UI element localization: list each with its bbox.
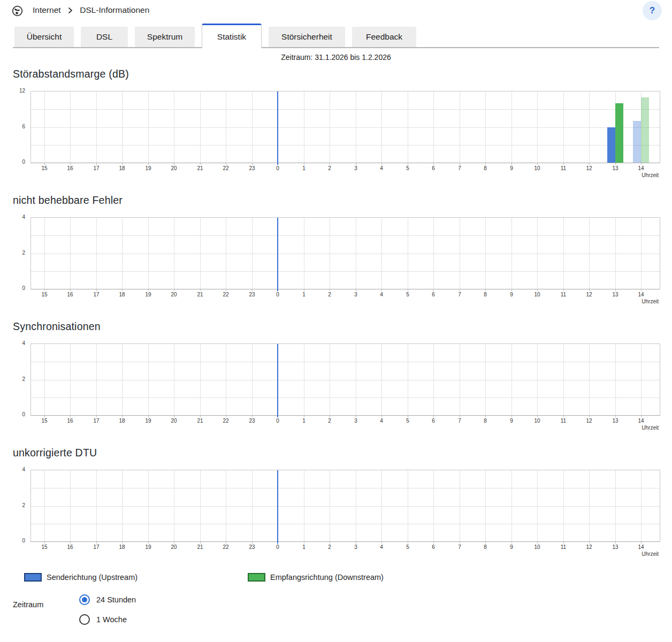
x-tick-label: 23 [242,165,262,171]
zeitraum-options: 24 Stunden 1 Woche [79,594,136,625]
x-tick-label: 13 [606,292,625,297]
radio-24-stunden-label[interactable]: 24 Stunden [96,595,136,604]
x-axis-title: Uhrzeit [642,299,659,304]
help-button[interactable]: ? [643,1,662,20]
bar-upstream [633,121,641,163]
v-gridline [148,470,149,541]
x-tick [433,289,434,291]
x-tick-label: 14 [631,418,651,424]
chart-title: unkorrigierte DTU [13,447,659,459]
v-gridline [485,218,486,289]
v-gridline [174,470,174,541]
x-tick [44,289,45,291]
midnight-line [277,344,278,417]
x-tick [537,542,538,544]
plot-grid [30,91,660,163]
legend-label: Senderichtung (Upstream) [47,573,138,582]
x-tick-label: 9 [502,165,521,171]
breadcrumb-section[interactable]: Internet [33,5,61,14]
radio-1-woche[interactable]: 1 Woche [79,614,136,625]
x-tick-label: 22 [216,418,235,424]
chart-legend: Senderichtung (Upstream) Empfangsrichtun… [13,573,659,583]
x-tick [615,416,616,417]
plot-area: 15161718192021222301234567891011121314Uh… [30,217,660,306]
tab-stoersicherheit[interactable]: Störsicherheit [269,27,345,47]
x-tick [252,416,253,417]
h-gridline [31,127,660,128]
y-tick-label: 0 [22,159,25,165]
v-gridline [589,91,590,163]
v-gridline [44,470,45,541]
radio-24-stunden-icon[interactable] [79,594,90,605]
v-gridline [537,344,538,415]
plot-grid [30,343,660,416]
x-tick-label: 2 [320,165,339,171]
x-tick-label: 11 [554,418,573,424]
x-tick [44,542,45,544]
x-tick [563,163,564,165]
x-tick-label: 4 [372,165,391,171]
tab-feedback[interactable]: Feedback [352,27,416,47]
x-tick-label: 6 [424,292,443,297]
x-tick-label: 21 [190,544,210,550]
x-tick-label: 23 [242,292,262,297]
v-gridline [460,470,460,541]
x-tick-label: 10 [528,544,547,550]
radio-1-woche-label[interactable]: 1 Woche [96,615,127,624]
x-tick-label: 15 [35,544,54,550]
x-tick [615,163,616,165]
x-tick [96,289,97,291]
y-tick-label: 4 [22,340,25,346]
x-tick [615,289,616,291]
v-gridline [589,344,590,415]
v-gridline [200,218,201,289]
zeitraum-label: Zeitraum [13,594,79,625]
v-gridline [148,344,149,415]
radio-1-woche-icon[interactable] [79,614,90,625]
v-gridline [433,470,434,541]
x-tick [122,542,123,544]
v-gridline [304,344,304,415]
x-tick [200,163,201,165]
x-tick [356,163,356,165]
x-tick [589,416,590,417]
x-tick [537,163,538,165]
x-tick [641,289,642,291]
x-tick [460,289,460,291]
x-tick-label: 18 [112,544,132,550]
v-gridline [485,91,486,163]
x-tick [330,289,330,291]
tab-statistik[interactable]: Statistik [202,24,262,48]
x-tick [537,416,538,417]
x-tick [148,289,149,291]
tab-dsl[interactable]: DSL [81,27,128,47]
tab-strip: Übersicht DSL Spektrum Statistik Störsic… [13,22,659,48]
zeitraum-control: Zeitraum 24 Stunden 1 Woche [13,594,659,625]
x-tick [485,542,486,544]
bar-downstream [615,103,623,163]
x-tick-label: 13 [606,544,625,550]
x-tick [330,416,330,417]
x-tick-label: 5 [398,544,417,550]
v-gridline [174,91,174,163]
x-tick [641,416,642,417]
v-gridline [304,470,304,541]
radio-24-stunden[interactable]: 24 Stunden [79,594,136,605]
tab-uebersicht[interactable]: Übersicht [14,27,74,47]
x-tick [460,163,460,165]
x-tick [511,289,512,291]
x-tick [589,163,590,165]
midnight-line [277,218,278,291]
tab-spektrum[interactable]: Spektrum [135,27,195,47]
v-gridline [460,91,460,163]
x-tick-label: 1 [294,418,314,424]
x-tick-label: 10 [528,418,547,424]
x-tick-label: 5 [398,165,417,171]
x-tick-label: 8 [476,292,495,297]
v-gridline [226,344,226,415]
x-tick [148,542,149,544]
v-gridline [485,470,486,541]
v-gridline [70,91,71,163]
x-tick [122,289,123,291]
x-tick [200,289,201,291]
